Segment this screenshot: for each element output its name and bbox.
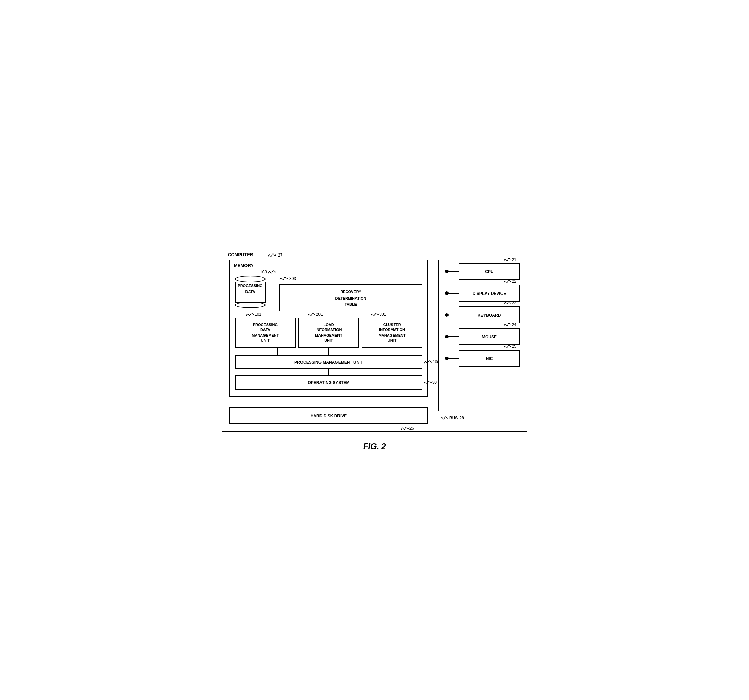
right-section: BUS 28 21 (435, 259, 520, 424)
ref-26: 26 (400, 425, 414, 431)
memory-label: MEMORY (234, 263, 254, 268)
cpu-dot (445, 270, 448, 273)
computer-box: COMPUTER 27 MEMORY (222, 249, 527, 431)
pmu-box: PROCESSING MANAGEMENT UNIT 100 (235, 355, 422, 369)
cluster-info-mgmt-box: 301 CLUSTERINFORMATIONMANAGEMENTUNIT (362, 317, 422, 348)
squiggle-26-icon (400, 425, 409, 431)
squiggle-27-icon (267, 252, 277, 258)
bus-label: BUS 28 (440, 415, 464, 421)
squiggle-303-icon (279, 276, 289, 282)
recovery-table-box: RECOVERYDETERMINATIONTABLE (279, 284, 422, 311)
db-area: 103 PROCESSINGDATA (235, 276, 422, 311)
os-label: OPERATING SYSTEM (307, 380, 349, 385)
squiggle-24-icon (503, 322, 511, 328)
cpu-h-connector (447, 271, 459, 272)
ref-25: 25 (503, 344, 517, 349)
ref-103: 103 (260, 269, 276, 275)
main-layout: 27 MEMORY 103 (229, 259, 520, 424)
squiggle-301-icon (370, 311, 379, 317)
figure-caption: FIG. 2 (222, 442, 527, 451)
recovery-area: 303 RECOVERYDETERMINATIONTABLE (279, 276, 422, 311)
unit-301-label: CLUSTERINFORMATIONMANAGEMENTUNIT (364, 322, 420, 343)
keyboard-dot (445, 313, 448, 317)
ref-101: 101 (246, 311, 261, 317)
mouse-box: 24 MOUSE (459, 328, 520, 345)
nic-box: 25 NIC (459, 350, 520, 367)
unit-201-label: LOADINFORMATIONMANAGEMENTUNIT (301, 322, 356, 343)
bus-line (438, 259, 439, 410)
mouse-item: 24 MOUSE (459, 328, 520, 345)
component-list: 21 CPU (459, 259, 520, 367)
processing-data-label: PROCESSINGDATA (235, 282, 266, 294)
left-section: 27 MEMORY 103 (229, 259, 428, 424)
unit-connectors (235, 348, 422, 355)
mouse-label: MOUSE (482, 334, 497, 339)
cpu-item: 21 CPU (459, 263, 520, 280)
squiggle-103-icon (268, 269, 276, 275)
os-box: OPERATING SYSTEM 30 (235, 375, 422, 389)
mouse-dot (445, 335, 448, 338)
cpu-box: 21 CPU (459, 263, 520, 280)
keyboard-item: 23 KEYBOARD (459, 307, 520, 323)
processing-data-db: 103 PROCESSINGDATA (235, 276, 266, 309)
keyboard-h-connector (447, 314, 459, 315)
computer-label: COMPUTER (227, 252, 254, 257)
squiggle-bus-icon (440, 415, 448, 421)
mouse-h-connector (447, 336, 459, 337)
squiggle-100-icon (424, 359, 432, 365)
hdd-box: HARD DISK DRIVE 26 (229, 407, 428, 424)
display-box: 22 DISPLAY DEVICE (459, 285, 520, 302)
connector-2 (328, 348, 329, 355)
display-item: 22 DISPLAY DEVICE (459, 285, 520, 302)
display-dot (445, 291, 448, 295)
ref-24: 24 (503, 322, 517, 328)
page-container: COMPUTER 27 MEMORY (222, 249, 527, 451)
keyboard-box: 23 KEYBOARD (459, 307, 520, 323)
ref-303: 303 (279, 276, 422, 282)
squiggle-21-icon (503, 257, 511, 262)
squiggle-201-icon (307, 311, 315, 317)
squiggle-22-icon (503, 279, 511, 284)
nic-dot (445, 357, 448, 360)
ref-303-wrapper: 303 (279, 276, 422, 283)
ref-301: 301 (370, 311, 386, 317)
unit-101-label: PROCESSINGDATAMANAGEMENTUNIT (238, 322, 293, 343)
nic-item: 25 NIC (459, 350, 520, 367)
cyl-top (235, 276, 266, 282)
memory-box: 27 MEMORY 103 (229, 259, 428, 397)
hdd-label: HARD DISK DRIVE (311, 413, 347, 418)
squiggle-25-icon (503, 344, 511, 349)
pmu-os-connector (328, 369, 329, 375)
nic-label: NIC (486, 356, 493, 361)
recovery-table-label: RECOVERYDETERMINATIONTABLE (335, 290, 366, 307)
units-row: 101 PROCESSINGDATAMANAGEMENTUNIT 201 (235, 317, 422, 348)
cylinder-wrapper: PROCESSINGDATA (235, 276, 266, 309)
ref-201: 201 (307, 311, 323, 317)
connector-3 (380, 348, 380, 355)
ref-23: 23 (503, 300, 517, 306)
ref-27: 27 (267, 252, 283, 258)
bus-text: BUS (449, 416, 458, 420)
display-label: DISPLAY DEVICE (472, 291, 506, 296)
cyl-bottom (235, 302, 266, 308)
nic-h-connector (447, 358, 459, 358)
squiggle-23-icon (503, 300, 511, 306)
squiggle-101-icon (246, 311, 254, 317)
cpu-label: CPU (485, 269, 493, 274)
display-h-connector (447, 293, 459, 293)
connector-1 (277, 348, 278, 355)
processing-data-mgmt-box: 101 PROCESSINGDATAMANAGEMENTUNIT (235, 317, 296, 348)
ref-22: 22 (503, 279, 517, 284)
ref-21: 21 (503, 257, 517, 262)
pmu-label: PROCESSING MANAGEMENT UNIT (294, 360, 363, 365)
squiggle-30-icon (423, 380, 431, 385)
keyboard-label: KEYBOARD (478, 313, 501, 317)
load-info-mgmt-box: 201 LOADINFORMATIONMANAGEMENTUNIT (298, 317, 359, 348)
